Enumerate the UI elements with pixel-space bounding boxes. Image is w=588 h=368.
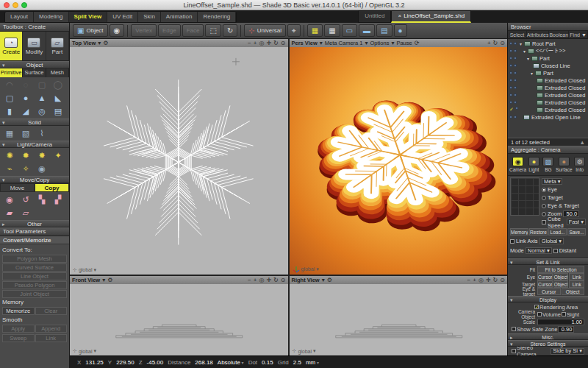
solid-section-header[interactable]: ▾Solid: [0, 118, 69, 126]
shear-tool-icon[interactable]: ▰: [1, 206, 18, 219]
misc-section-header[interactable]: ▸Misc.: [508, 333, 588, 340]
chevron-down-icon[interactable]: ▾: [94, 267, 97, 273]
target-link-button[interactable]: Link: [569, 280, 584, 288]
tree-row-part[interactable]: ▾Part: [508, 54, 588, 62]
rotate-tool-icon[interactable]: ↺: [18, 193, 34, 206]
view-menu-icon[interactable]: ▾: [98, 40, 101, 46]
magnifier-icon[interactable]: ◎: [478, 277, 484, 283]
vertex-mode-button[interactable]: Vertex: [131, 24, 157, 37]
front-view-title[interactable]: Front View: [72, 277, 100, 283]
camera-toolbar-button[interactable]: ◉: [110, 24, 125, 37]
modify-mode-button[interactable]: ▭ Modify: [23, 32, 46, 60]
eye-object-button[interactable]: Object: [553, 273, 569, 280]
top-view-canvas[interactable]: ⊹global▾: [70, 47, 288, 275]
tree-row-closed-line[interactable]: Closed Line: [508, 62, 588, 69]
magnifier-icon[interactable]: ◎: [259, 40, 264, 46]
visibility-toggles[interactable]: [508, 57, 520, 60]
gear-icon[interactable]: ⚙: [327, 277, 332, 283]
view-menu-icon[interactable]: ▾: [102, 277, 105, 283]
zoom-out-icon[interactable]: −: [467, 277, 471, 283]
zoom-out-icon[interactable]: −: [248, 40, 251, 46]
options-menu[interactable]: Options: [370, 40, 390, 46]
fit-to-selection-button[interactable]: Fit to Selection: [537, 266, 584, 273]
mirror-tool-icon[interactable]: ▚: [34, 193, 50, 206]
orbit-icon[interactable]: ↻: [273, 277, 279, 283]
doc-tab-lineoffset[interactable]: ×LineOffset_Sample.shd: [391, 10, 471, 23]
tab-surface[interactable]: Surface: [23, 68, 46, 77]
convert-joint-object-button[interactable]: Joint Object: [2, 290, 67, 298]
save-button[interactable]: Save...: [567, 228, 586, 236]
tree-row-extruded-4[interactable]: Extruded Closed: [508, 99, 588, 106]
smooth-apply-button[interactable]: Apply: [2, 325, 35, 333]
shaded-display-button[interactable]: ▬: [359, 24, 375, 37]
scale-field[interactable]: 1.00: [537, 319, 584, 325]
zoom-in-icon[interactable]: +: [254, 277, 257, 283]
camera-object-icon[interactable]: ◉: [34, 162, 50, 175]
meta-camera-dropdown[interactable]: Meta▾: [542, 178, 562, 185]
orbit-icon[interactable]: ↻: [273, 40, 279, 46]
checkbox-icon[interactable]: [512, 349, 516, 353]
radio-icon[interactable]: [542, 204, 546, 208]
tree-row-jp-part[interactable]: ▾<<パート>>: [508, 47, 588, 54]
zoom-tool-icon[interactable]: ⊙: [281, 277, 286, 283]
cube-speed-row[interactable]: Cube SpeedFast▾: [542, 218, 586, 226]
radio-icon[interactable]: [542, 188, 546, 192]
checkbox-icon[interactable]: [553, 249, 558, 253]
quad-view-button[interactable]: ▦: [307, 24, 323, 37]
zoom-in-icon[interactable]: +: [487, 40, 491, 46]
circle-tool-icon[interactable]: ◌: [18, 78, 34, 91]
marquee-select-button[interactable]: ⬚: [205, 24, 220, 37]
doc-tab-untitled[interactable]: Untitled: [358, 10, 391, 23]
convert-polygon-mesh-button[interactable]: Polygon Mesh: [2, 255, 67, 263]
aggregate-tab-camera[interactable]: ◉Camera: [509, 157, 526, 172]
convert-curved-surface-button[interactable]: Curved Surface: [2, 263, 67, 272]
smooth-link-button[interactable]: Link: [35, 334, 68, 342]
collapse-icon[interactable]: ▲: [580, 139, 585, 146]
solid-revolve-icon[interactable]: ⌇: [34, 127, 50, 140]
chevron-down-icon[interactable]: ▾: [316, 266, 319, 272]
tree-row-extruded-5[interactable]: ✓Extruded Closed: [508, 106, 588, 113]
view-menu-icon[interactable]: ▾: [320, 40, 323, 46]
tree-row-extruded-2[interactable]: Extruded Closed: [508, 84, 588, 91]
face-mode-button[interactable]: Face: [182, 24, 204, 37]
browser-tab-attributes[interactable]: Attributes: [527, 31, 550, 38]
stereo-section-header[interactable]: ▾Stereo Settings: [508, 340, 588, 347]
right-view-title[interactable]: Right View: [292, 277, 320, 283]
stereo-mode-dropdown[interactable]: Side by Side▾: [551, 348, 584, 355]
target-object-button[interactable]: Object: [553, 280, 569, 288]
visibility-toggles[interactable]: [508, 101, 520, 104]
spot-light-icon[interactable]: ✹: [18, 149, 34, 162]
memorize-button[interactable]: Memorize: [2, 307, 35, 315]
move-copy-section-header[interactable]: ▾Move/Copy: [0, 176, 69, 183]
distant-light-icon[interactable]: ✸: [34, 149, 50, 162]
render-preview-button[interactable]: ●: [394, 24, 407, 37]
close-tab-icon[interactable]: ×: [398, 13, 401, 19]
stereo-camera-row[interactable]: Stereo CameraSide by Side▾: [510, 347, 586, 355]
pers-view-title[interactable]: Pers View: [292, 40, 318, 46]
grid-toggle-button[interactable]: ▦: [324, 24, 340, 37]
move-button[interactable]: Move: [0, 183, 35, 192]
eyetarget-cursor-button[interactable]: Cursor: [537, 288, 561, 295]
tab-primitive[interactable]: Primitive: [0, 68, 23, 77]
checkbox-icon[interactable]: [512, 327, 516, 331]
tab-uv-edit[interactable]: UV Edit: [107, 12, 138, 22]
sphere-tool-icon[interactable]: ●: [18, 91, 34, 105]
cube-speed-dropdown[interactable]: Fast▾: [567, 219, 586, 225]
disk-tool-icon[interactable]: ◯: [50, 78, 66, 91]
array-tool-icon[interactable]: ▱: [18, 206, 34, 219]
zoom-tool-icon[interactable]: ⊙: [281, 40, 286, 46]
tab-mesh[interactable]: Mesh: [46, 68, 69, 77]
tab-skin[interactable]: Skin: [138, 12, 161, 22]
texture-display-button[interactable]: ▤: [376, 24, 392, 37]
load-button[interactable]: Load...: [548, 228, 567, 236]
checkbox-icon[interactable]: [537, 312, 542, 316]
zoom-in-icon[interactable]: +: [473, 277, 476, 283]
pick-tool-button[interactable]: ⌖: [287, 24, 301, 37]
gear-icon[interactable]: ⚙: [107, 277, 112, 283]
visibility-toggles[interactable]: [508, 116, 520, 118]
target-radio-row[interactable]: Target: [542, 194, 586, 202]
tab-animation[interactable]: Animation: [161, 12, 198, 22]
visibility-toggles[interactable]: [508, 71, 520, 74]
zoom-tool-icon[interactable]: ⊙: [500, 40, 505, 46]
top-view-title[interactable]: Top View: [72, 40, 96, 46]
